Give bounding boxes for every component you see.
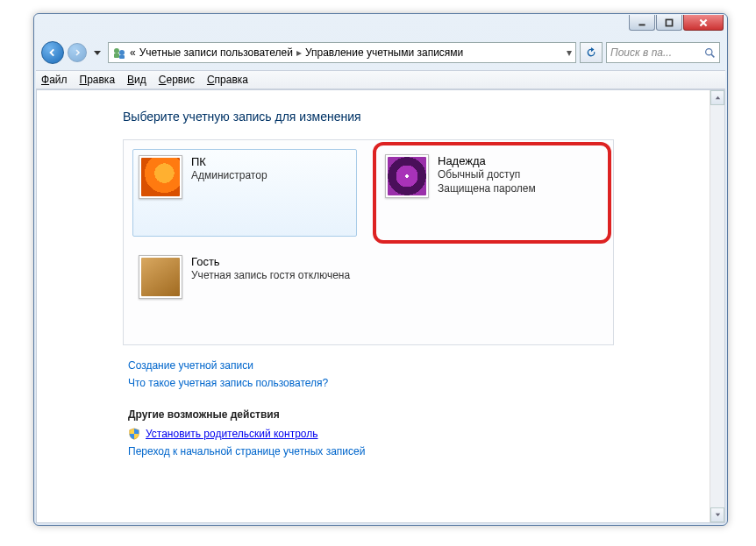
account-nadezhda[interactable]: Надежда Обычный доступ Защищена паролем: [380, 149, 604, 203]
link-what-is-account[interactable]: Что такое учетная запись пользователя?: [128, 377, 669, 389]
nav-history-dropdown[interactable]: [94, 51, 101, 55]
page-title: Выберите учетную запись для изменения: [123, 110, 669, 124]
search-icon: [704, 47, 716, 59]
account-name: Гость: [191, 255, 350, 268]
menu-file[interactable]: Файл: [41, 74, 68, 86]
avatar: [385, 154, 429, 198]
maximize-button[interactable]: [656, 15, 682, 31]
account-role: Обычный доступ: [438, 167, 536, 181]
user-accounts-icon: [112, 46, 126, 60]
svg-point-3: [119, 50, 125, 55]
search-input[interactable]: Поиск в па...: [606, 42, 720, 63]
chevron-right-icon[interactable]: ▸: [296, 46, 302, 59]
scroll-up-button[interactable]: [710, 90, 724, 105]
account-pc[interactable]: ПК Администратор: [132, 149, 357, 237]
nav-forward-button[interactable]: [68, 43, 87, 62]
scroll-down-button[interactable]: [710, 507, 724, 522]
refresh-button[interactable]: [580, 42, 603, 63]
avatar: [139, 255, 182, 299]
breadcrumb-seg2[interactable]: Управление учетными записями: [305, 46, 463, 59]
link-parental-controls[interactable]: Установить родительский контроль: [146, 428, 318, 440]
menu-tools[interactable]: Сервис: [159, 74, 195, 86]
scroll-track[interactable]: [710, 105, 724, 507]
vertical-scrollbar[interactable]: [710, 90, 724, 522]
svg-rect-4: [114, 53, 119, 58]
link-accounts-home[interactable]: Переход к начальной странице учетных зап…: [128, 445, 365, 457]
address-bar[interactable]: « Учетные записи пользователей ▸ Управле…: [108, 42, 576, 63]
menu-view[interactable]: Вид: [127, 74, 146, 86]
nav-back-button[interactable]: [41, 41, 64, 64]
account-name: Надежда: [438, 154, 536, 167]
svg-line-7: [711, 54, 714, 57]
account-role: Администратор: [191, 168, 267, 182]
svg-point-2: [114, 48, 119, 53]
account-pwstatus: Защищена паролем: [438, 181, 536, 195]
breadcrumb-seg1[interactable]: Учетные записи пользователей: [139, 46, 293, 59]
shield-icon: [128, 428, 140, 440]
search-placeholder: Поиск в па...: [610, 46, 672, 59]
minimize-button[interactable]: [629, 15, 655, 31]
account-guest[interactable]: Гость Учетная запись гостя отключена: [132, 249, 357, 337]
account-name: ПК: [191, 155, 267, 168]
account-status: Учетная запись гостя отключена: [191, 268, 350, 282]
svg-rect-1: [666, 19, 672, 25]
breadcrumb-prefix: «: [130, 46, 136, 59]
avatar: [139, 155, 182, 199]
close-button[interactable]: [683, 15, 724, 31]
menu-edit[interactable]: Правка: [80, 74, 116, 86]
svg-point-6: [706, 48, 712, 54]
menu-help[interactable]: Справка: [207, 74, 248, 86]
accounts-grid: ПК Администратор Надежда Обычный доступ …: [123, 139, 614, 345]
link-create-account[interactable]: Создание учетной записи: [128, 359, 669, 372]
chevron-down-icon[interactable]: ▾: [567, 46, 572, 59]
other-actions-header: Другие возможные действия: [128, 408, 669, 421]
svg-rect-5: [119, 55, 125, 59]
